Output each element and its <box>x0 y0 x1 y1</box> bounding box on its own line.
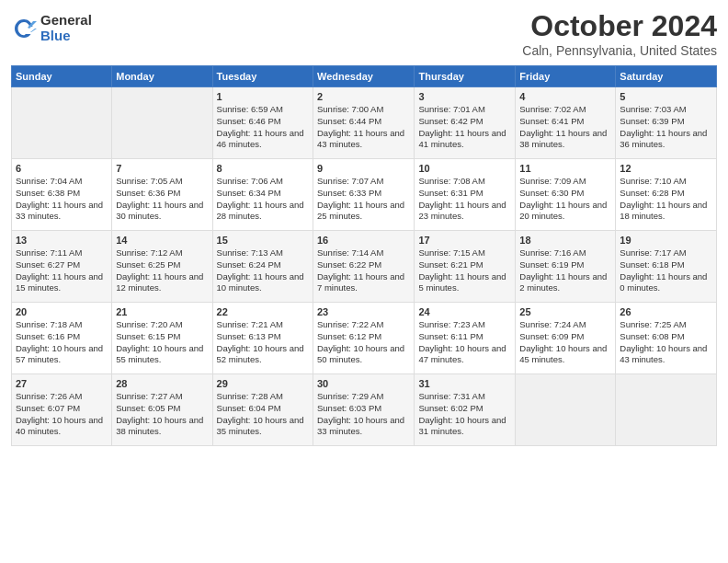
table-row <box>516 374 616 446</box>
table-row: 2Sunrise: 7:00 AM Sunset: 6:44 PM Daylig… <box>313 87 415 159</box>
day-info: Sunrise: 7:23 AM Sunset: 6:11 PM Dayligh… <box>418 319 511 366</box>
table-row: 26Sunrise: 7:25 AM Sunset: 6:08 PM Dayli… <box>616 303 717 374</box>
day-number: 15 <box>217 235 309 246</box>
day-info: Sunrise: 7:17 AM Sunset: 6:18 PM Dayligh… <box>620 247 712 294</box>
day-info: Sunrise: 7:15 AM Sunset: 6:21 PM Dayligh… <box>418 247 511 294</box>
day-number: 17 <box>418 235 511 246</box>
col-wednesday: Wednesday <box>313 66 415 87</box>
day-info: Sunrise: 7:29 AM Sunset: 6:03 PM Dayligh… <box>317 391 410 438</box>
day-info: Sunrise: 7:18 AM Sunset: 6:16 PM Dayligh… <box>16 319 108 366</box>
day-info: Sunrise: 7:12 AM Sunset: 6:25 PM Dayligh… <box>116 247 208 294</box>
col-sunday: Sunday <box>12 66 112 87</box>
col-monday: Monday <box>112 66 212 87</box>
day-info: Sunrise: 6:59 AM Sunset: 6:46 PM Dayligh… <box>217 104 309 151</box>
table-row: 20Sunrise: 7:18 AM Sunset: 6:16 PM Dayli… <box>12 303 112 374</box>
day-number: 21 <box>116 306 208 317</box>
table-row: 11Sunrise: 7:09 AM Sunset: 6:30 PM Dayli… <box>516 159 616 231</box>
table-row: 7Sunrise: 7:05 AM Sunset: 6:36 PM Daylig… <box>112 159 212 231</box>
day-info: Sunrise: 7:14 AM Sunset: 6:22 PM Dayligh… <box>317 247 410 294</box>
table-row: 30Sunrise: 7:29 AM Sunset: 6:03 PM Dayli… <box>313 374 415 446</box>
day-info: Sunrise: 7:03 AM Sunset: 6:39 PM Dayligh… <box>620 104 712 151</box>
main-title: October 2024 <box>522 9 717 43</box>
day-number: 27 <box>16 378 108 389</box>
day-number: 8 <box>217 163 309 174</box>
day-number: 24 <box>418 306 511 317</box>
col-tuesday: Tuesday <box>212 66 313 87</box>
day-number: 13 <box>16 235 108 246</box>
day-number: 2 <box>317 91 410 102</box>
day-info: Sunrise: 7:10 AM Sunset: 6:28 PM Dayligh… <box>620 176 712 223</box>
day-info: Sunrise: 7:20 AM Sunset: 6:15 PM Dayligh… <box>116 319 208 366</box>
table-row: 14Sunrise: 7:12 AM Sunset: 6:25 PM Dayli… <box>112 231 212 303</box>
day-number: 5 <box>620 91 712 102</box>
day-number: 23 <box>317 306 410 317</box>
day-number: 26 <box>620 306 712 317</box>
day-number: 31 <box>418 378 511 389</box>
table-row <box>616 374 717 446</box>
day-number: 10 <box>418 163 511 174</box>
day-info: Sunrise: 7:01 AM Sunset: 6:42 PM Dayligh… <box>418 104 511 151</box>
logo-blue: Blue <box>40 29 92 44</box>
col-friday: Friday <box>516 66 616 87</box>
day-info: Sunrise: 7:16 AM Sunset: 6:19 PM Dayligh… <box>519 247 611 294</box>
day-number: 12 <box>620 163 712 174</box>
calendar-table: Sunday Monday Tuesday Wednesday Thursday… <box>11 65 717 446</box>
day-info: Sunrise: 7:09 AM Sunset: 6:30 PM Dayligh… <box>519 176 611 223</box>
table-row: 8Sunrise: 7:06 AM Sunset: 6:34 PM Daylig… <box>212 159 313 231</box>
day-info: Sunrise: 7:21 AM Sunset: 6:13 PM Dayligh… <box>217 319 309 366</box>
table-row <box>112 87 212 159</box>
table-row: 17Sunrise: 7:15 AM Sunset: 6:21 PM Dayli… <box>415 231 516 303</box>
day-number: 9 <box>317 163 410 174</box>
calendar-header-row: Sunday Monday Tuesday Wednesday Thursday… <box>12 66 717 87</box>
day-info: Sunrise: 7:08 AM Sunset: 6:31 PM Dayligh… <box>418 176 511 223</box>
day-info: Sunrise: 7:24 AM Sunset: 6:09 PM Dayligh… <box>519 319 611 366</box>
day-info: Sunrise: 7:11 AM Sunset: 6:27 PM Dayligh… <box>16 247 108 294</box>
table-row: 27Sunrise: 7:26 AM Sunset: 6:07 PM Dayli… <box>12 374 112 446</box>
day-info: Sunrise: 7:26 AM Sunset: 6:07 PM Dayligh… <box>16 391 108 438</box>
day-number: 18 <box>519 235 611 246</box>
day-info: Sunrise: 7:00 AM Sunset: 6:44 PM Dayligh… <box>317 104 410 151</box>
logo: General Blue <box>11 13 92 43</box>
table-row: 6Sunrise: 7:04 AM Sunset: 6:38 PM Daylig… <box>12 159 112 231</box>
day-number: 22 <box>217 306 309 317</box>
logo-text: General Blue <box>40 13 92 43</box>
table-row: 13Sunrise: 7:11 AM Sunset: 6:27 PM Dayli… <box>12 231 112 303</box>
logo-general: General <box>40 13 92 29</box>
day-info: Sunrise: 7:27 AM Sunset: 6:05 PM Dayligh… <box>116 391 208 438</box>
day-number: 4 <box>519 91 611 102</box>
day-number: 28 <box>116 378 208 389</box>
day-number: 19 <box>620 235 712 246</box>
day-number: 1 <box>217 91 309 102</box>
day-number: 3 <box>418 91 511 102</box>
table-row: 18Sunrise: 7:16 AM Sunset: 6:19 PM Dayli… <box>516 231 616 303</box>
logo-icon <box>11 16 37 41</box>
table-row: 19Sunrise: 7:17 AM Sunset: 6:18 PM Dayli… <box>616 231 717 303</box>
table-row: 23Sunrise: 7:22 AM Sunset: 6:12 PM Dayli… <box>313 303 415 374</box>
table-row: 12Sunrise: 7:10 AM Sunset: 6:28 PM Dayli… <box>616 159 717 231</box>
table-row: 9Sunrise: 7:07 AM Sunset: 6:33 PM Daylig… <box>313 159 415 231</box>
table-row: 16Sunrise: 7:14 AM Sunset: 6:22 PM Dayli… <box>313 231 415 303</box>
day-info: Sunrise: 7:31 AM Sunset: 6:02 PM Dayligh… <box>418 391 511 438</box>
day-number: 6 <box>16 163 108 174</box>
day-number: 16 <box>317 235 410 246</box>
day-number: 11 <box>519 163 611 174</box>
day-info: Sunrise: 7:22 AM Sunset: 6:12 PM Dayligh… <box>317 319 410 366</box>
table-row: 1Sunrise: 6:59 AM Sunset: 6:46 PM Daylig… <box>212 87 313 159</box>
day-number: 7 <box>116 163 208 174</box>
subtitle: Caln, Pennsylvania, United States <box>522 43 717 58</box>
day-number: 29 <box>217 378 309 389</box>
day-info: Sunrise: 7:02 AM Sunset: 6:41 PM Dayligh… <box>519 104 611 151</box>
day-info: Sunrise: 7:28 AM Sunset: 6:04 PM Dayligh… <box>217 391 309 438</box>
table-row: 24Sunrise: 7:23 AM Sunset: 6:11 PM Dayli… <box>415 303 516 374</box>
day-number: 14 <box>116 235 208 246</box>
title-area: October 2024 Caln, Pennsylvania, United … <box>522 9 717 58</box>
table-row: 22Sunrise: 7:21 AM Sunset: 6:13 PM Dayli… <box>212 303 313 374</box>
table-row: 4Sunrise: 7:02 AM Sunset: 6:41 PM Daylig… <box>516 87 616 159</box>
day-info: Sunrise: 7:07 AM Sunset: 6:33 PM Dayligh… <box>317 176 410 223</box>
table-row: 29Sunrise: 7:28 AM Sunset: 6:04 PM Dayli… <box>212 374 313 446</box>
day-info: Sunrise: 7:13 AM Sunset: 6:24 PM Dayligh… <box>217 247 309 294</box>
day-info: Sunrise: 7:05 AM Sunset: 6:36 PM Dayligh… <box>116 176 208 223</box>
day-info: Sunrise: 7:25 AM Sunset: 6:08 PM Dayligh… <box>620 319 712 366</box>
day-number: 20 <box>16 306 108 317</box>
table-row: 5Sunrise: 7:03 AM Sunset: 6:39 PM Daylig… <box>616 87 717 159</box>
